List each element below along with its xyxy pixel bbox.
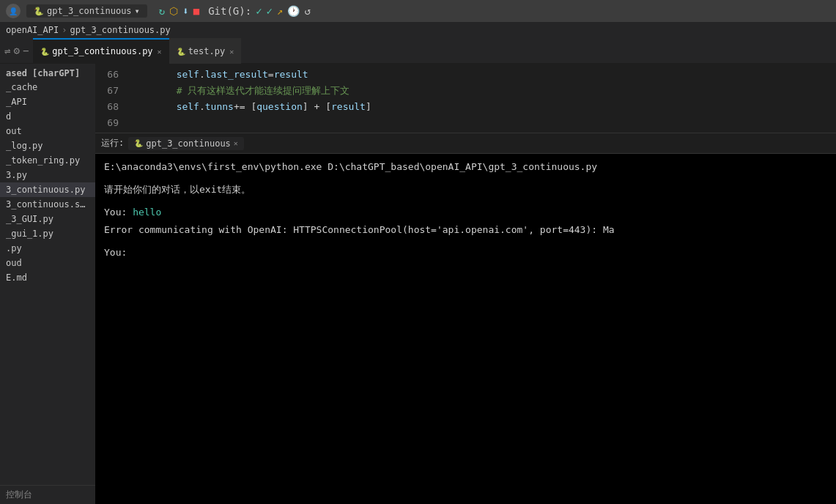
- line-num-69: 69: [95, 115, 119, 131]
- sidebar-item-log[interactable]: _log.py: [0, 138, 95, 153]
- sidebar-item-api[interactable]: _API: [0, 94, 95, 109]
- code-self-1: self: [177, 67, 199, 83]
- sidebar-item-console[interactable]: 控制台: [0, 485, 95, 504]
- sidebar-item-token[interactable]: _token_ring.py: [0, 153, 95, 168]
- run-you2: You:: [104, 245, 827, 261]
- run-panel: 运行: 🐍 gpt_3_continuous ✕ E:\anaconda3\en…: [95, 133, 836, 504]
- breadcrumb-part2[interactable]: gpt_3_continuous.py: [70, 25, 170, 35]
- title-actions: ↻ ⬡ ⬇ ■ Git(G): ✓ ✓ ↗ 🕐 ↺: [159, 5, 311, 17]
- stop-icon[interactable]: ■: [193, 5, 199, 17]
- code-var-3: result: [331, 99, 366, 115]
- sidebar-item-emd[interactable]: E.md: [0, 270, 95, 285]
- breadcrumb: openAI_API › gpt_3_continuous.py: [0, 22, 836, 38]
- run-command: E:\anaconda3\envs\first_env\python.exe D…: [104, 160, 827, 175]
- run-prompt-text: 请开始你们的对话，以exit结束。: [104, 184, 251, 195]
- run-you2-label: You:: [104, 247, 127, 258]
- code-comment-1: # 只有这样迭代才能连续提问理解上下文: [177, 83, 350, 99]
- title-tab-label: gpt_3_continuous: [47, 6, 132, 16]
- code-op-1: =: [268, 67, 274, 83]
- download-icon[interactable]: ⬇: [182, 5, 188, 17]
- code-line-66: self . last_result = result: [130, 67, 836, 83]
- sidebar-item-spec[interactable]: 3_continuous.spe: [0, 197, 95, 212]
- run-you1: You: hello: [104, 205, 827, 220]
- sidebar-item-3py[interactable]: 3.py: [0, 168, 95, 182]
- tab2-python-icon: 🐍: [177, 48, 185, 56]
- main-area: ased [charGPT] _cache _API d out _log.py…: [0, 64, 836, 504]
- sidebar-item-gui[interactable]: _3_GUI.py: [0, 212, 95, 226]
- tab-controls: ⇌ ⚙ −: [0, 45, 33, 56]
- minus-icon[interactable]: −: [23, 45, 29, 56]
- run-error: Error communicating with OpenAI: HTTPSCo…: [104, 223, 827, 238]
- breadcrumb-part1[interactable]: openAI_API: [6, 25, 59, 35]
- code-line-67: # 只有这样迭代才能连续提问理解上下文: [130, 83, 836, 99]
- run-tab-python-icon: 🐍: [134, 139, 143, 147]
- git-check1-icon[interactable]: ✓: [256, 5, 262, 17]
- sidebar-item-cache[interactable]: _cache: [0, 80, 95, 94]
- code-op-3: ] + [: [303, 99, 331, 115]
- tab2-label: test.py: [188, 46, 226, 56]
- title-tab[interactable]: 🐍 gpt_3_continuous ▾: [26, 4, 147, 18]
- tab-gpt3[interactable]: 🐍 gpt_3_continuous.py ✕: [33, 38, 169, 64]
- line-num-68: 68: [95, 99, 119, 115]
- tab1-label: gpt_3_continuous.py: [52, 46, 152, 56]
- sidebar-item-oud[interactable]: oud: [0, 256, 95, 270]
- sidebar-section-chargpt: ased [charGPT]: [0, 64, 95, 80]
- sidebar-item-gui1[interactable]: _gui_1.py: [0, 226, 95, 241]
- run-tab-label: gpt_3_continuous: [146, 138, 231, 149]
- git-check2-icon[interactable]: ✓: [267, 5, 273, 17]
- git-arrow-icon[interactable]: ↗: [277, 5, 283, 17]
- line-num-67: 67: [95, 83, 119, 99]
- sidebar-item-py[interactable]: .py: [0, 241, 95, 256]
- line-num-66: 66: [95, 67, 119, 83]
- avatar-icon: 👤: [6, 4, 21, 18]
- code-line-68: self . tunns += [ question ] + [ result …: [130, 99, 836, 115]
- run-label: 运行:: [101, 137, 124, 149]
- sidebar-item-out[interactable]: out: [0, 124, 95, 138]
- tabs-row: ⇌ ⚙ − 🐍 gpt_3_continuous.py ✕ 🐍 test.py …: [0, 38, 836, 64]
- settings-icon[interactable]: ⚙: [13, 45, 19, 56]
- sidebar: ased [charGPT] _cache _API d out _log.py…: [0, 64, 95, 504]
- split-icon[interactable]: ⇌: [4, 45, 10, 56]
- tab2-close-icon[interactable]: ✕: [229, 48, 234, 56]
- sidebar-item-d[interactable]: d: [0, 109, 95, 124]
- run-prompt: 请开始你们的对话，以exit结束。: [104, 182, 827, 198]
- bug-icon[interactable]: ⬡: [169, 5, 178, 17]
- git-clock-icon[interactable]: 🕐: [287, 5, 300, 17]
- code-attr-1: last_result: [205, 67, 268, 83]
- code-op-2: += [: [234, 99, 256, 115]
- git-undo-icon[interactable]: ↺: [304, 5, 310, 17]
- editor-area: 66 67 68 69 self . last_result = result: [95, 64, 836, 504]
- code-content[interactable]: self . last_result = result # 只有这样迭代才能连续…: [125, 64, 836, 133]
- run-you1-input: hello: [133, 207, 161, 218]
- line-numbers: 66 67 68 69: [95, 64, 125, 133]
- code-self-2: self: [177, 99, 199, 115]
- title-dropdown-icon[interactable]: ▾: [135, 6, 140, 16]
- git-label: Git(G):: [208, 5, 251, 17]
- code-dot-1: .: [199, 67, 205, 83]
- code-attr-2: tunns: [205, 99, 234, 115]
- code-dot-2: .: [199, 99, 205, 115]
- tab1-close-icon[interactable]: ✕: [158, 48, 162, 56]
- tab1-python-icon: 🐍: [40, 48, 49, 56]
- run-tab-close-icon[interactable]: ✕: [234, 139, 238, 147]
- breadcrumb-sep1: ›: [62, 25, 67, 35]
- run-tab[interactable]: 🐍 gpt_3_continuous ✕: [128, 137, 244, 150]
- python-icon: 🐍: [34, 7, 44, 16]
- title-bar: 👤 🐍 gpt_3_continuous ▾ ↻ ⬡ ⬇ ■ Git(G): ✓…: [0, 0, 836, 22]
- refresh-icon[interactable]: ↻: [159, 5, 165, 17]
- code-var-1: result: [274, 67, 308, 83]
- tab-test[interactable]: 🐍 test.py ✕: [169, 38, 242, 64]
- code-op-4: ]: [366, 99, 371, 115]
- run-panel-header: 运行: 🐍 gpt_3_continuous ✕: [95, 133, 836, 154]
- code-view: 66 67 68 69 self . last_result = result: [95, 64, 836, 133]
- sidebar-item-continuous[interactable]: 3_continuous.py: [0, 182, 95, 197]
- run-you1-label: You:: [104, 207, 127, 218]
- run-content[interactable]: E:\anaconda3\envs\first_env\python.exe D…: [95, 154, 836, 504]
- code-var-2: question: [256, 99, 303, 115]
